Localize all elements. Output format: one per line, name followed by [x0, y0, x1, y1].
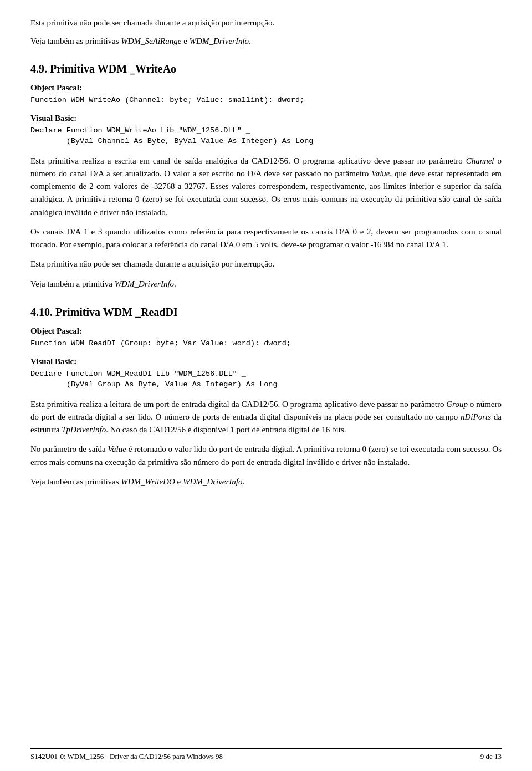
intro-para-2: Veja também as primitivas WDM_SeAiRange …	[30, 35, 502, 48]
s1p1-text1: Esta primitiva realiza a escrita em cana…	[30, 156, 466, 165]
section2-object-pascal-code: Function WDM_ReadDI (Group: byte; Var Va…	[30, 338, 502, 349]
section2-visual-basic-label: Visual Basic:	[30, 357, 502, 366]
s2p3-text: Veja também as primitivas	[30, 477, 121, 486]
intro2-end: .	[249, 37, 251, 45]
intro2-mid: e	[181, 37, 189, 45]
s2p2-text1: No parâmetro de saída	[30, 445, 108, 453]
s1p1-italic2: Value	[371, 169, 390, 178]
footer: S142U01-0: WDM_1256 - Driver da CAD12/56…	[30, 752, 502, 761]
s2p1-cont3: . No caso da CAD12/56 é disponível 1 por…	[106, 425, 346, 434]
s2p3-italic2: WDM_DriverInfo	[183, 477, 242, 486]
section1-visual-basic-label: Visual Basic:	[30, 114, 502, 123]
intro2-italic1: WDM_SeAiRange	[121, 37, 181, 45]
s2p1-italic1: Group	[446, 400, 468, 409]
footer-line	[30, 748, 502, 749]
section2-para2: No parâmetro de saída Value é retornado …	[30, 443, 502, 469]
footer-right: 9 de 13	[480, 752, 502, 761]
s1p1-italic1: Channel	[466, 156, 494, 165]
section1-object-pascal-label: Object Pascal:	[30, 83, 502, 93]
section1-heading: 4.9. Primitiva WDM _WriteAo	[30, 63, 502, 75]
intro-para-1: Esta primitiva não pode ser chamada dura…	[30, 17, 502, 29]
section1-para3: Esta primitiva não pode ser chamada dura…	[30, 258, 502, 270]
section2-para3: Veja também as primitivas WDM_WriteDO e …	[30, 476, 502, 488]
section2-object-pascal-label: Object Pascal:	[30, 326, 502, 336]
s1p4-end: .	[174, 279, 176, 288]
s2p3-end: .	[242, 477, 244, 486]
s1p4-italic: WDM_DriverInfo	[115, 279, 174, 288]
section1-para1: Esta primitiva realiza a escrita em cana…	[30, 155, 502, 219]
section2-visual-basic-code: Declare Function WDM_ReadDI Lib "WDM_125…	[30, 369, 502, 390]
section2-para1: Esta primitiva realiza a leitura de um p…	[30, 398, 502, 437]
section1-para4: Veja também a primitiva WDM_DriverInfo.	[30, 278, 502, 290]
s2p1-italic3: TpDriverInfo	[62, 425, 106, 434]
section1-visual-basic-code: Declare Function WDM_WriteAo Lib "WDM_12…	[30, 125, 502, 147]
s2p3-mid: e	[175, 477, 183, 486]
s2p1-italic2: nDiPorts	[461, 412, 491, 421]
footer-left: S142U01-0: WDM_1256 - Driver da CAD12/56…	[30, 752, 223, 761]
section1-para2: Os canais D/A 1 e 3 quando utilizados co…	[30, 226, 502, 252]
s1p4-text: Veja também a primitiva	[30, 279, 115, 288]
s2p3-italic1: WDM_WriteDO	[121, 477, 175, 486]
section1-object-pascal-code: Function WDM_WriteAo (Channel: byte; Val…	[30, 95, 502, 106]
s2p2-italic1: Value	[108, 445, 126, 453]
intro2-text: Veja também as primitivas	[30, 37, 121, 45]
intro2-italic2: WDM_DriverInfo	[190, 37, 249, 45]
s2p1-text1: Esta primitiva realiza a leitura de um p…	[30, 400, 446, 409]
page-container: Esta primitiva não pode ser chamada dura…	[0, 0, 532, 771]
section2-heading: 4.10. Primitiva WDM _ReadDI	[30, 306, 502, 319]
